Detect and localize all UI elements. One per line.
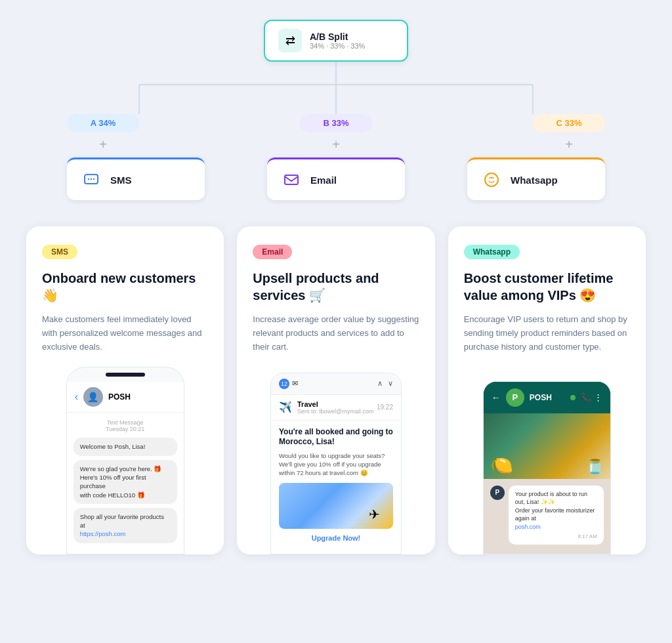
whatsapp-card-title: Boost customer lifetime value among VIPs… [464, 270, 630, 304]
email-time: 19:22 [377, 404, 393, 411]
lemon-icon: 🍋 [490, 454, 513, 476]
cream-jar-icon: 🫙 [586, 459, 604, 476]
email-card-desc: Increase average order value by suggesti… [253, 313, 419, 354]
wa-contact-name: POSH [530, 393, 565, 402]
email-subject: You're all booked and going to Morocco, … [279, 427, 393, 447]
sms-icon [80, 169, 102, 191]
email-sender-info: ✈️ Travel Sent to: lbowel@mymail.com [279, 400, 373, 415]
wa-sender-avatar: P [490, 486, 505, 500]
sms-card-desc: Make customers feel immediately loved wi… [42, 313, 208, 354]
sms-back-icon: ‹ [75, 391, 78, 403]
svg-point-10 [485, 173, 498, 186]
wa-message-row: P Your product is about to run out, Lisa… [490, 486, 604, 545]
branch-b-label: B 33% [300, 114, 372, 132]
email-sender-icon: ✈️ [279, 401, 292, 413]
email-badge: Email [253, 245, 292, 259]
nav-down-icon: ∨ [388, 379, 393, 388]
wa-chat-area: P Your product is about to run out, Lisa… [484, 479, 610, 554]
diagram-section: ⇄ A/B Split 34% · 33% · 33% A 34% B 33% … [0, 0, 672, 213]
phone-notch [106, 373, 145, 377]
sms-bubble-3: Shop all your favorite products athttps:… [74, 508, 177, 543]
wa-link: posh.com [515, 524, 541, 530]
sms-avatar: 👤 [83, 387, 103, 407]
wa-action-icons: 📞 ⋮ [581, 392, 602, 402]
wa-more-icon: ⋮ [594, 392, 602, 402]
email-channel-label: Email [310, 175, 337, 186]
sms-contact-name: POSH [108, 392, 131, 402]
sms-bubble-2: We're so glad you're here. 🎁Here's 10% o… [74, 460, 177, 504]
email-header-bar: 12 ✉ ∧ ∨ [271, 373, 401, 395]
sms-card-title: Onboard new customers 👋 [42, 270, 208, 304]
ab-split-node: ⇄ A/B Split 34% · 33% · 33% [264, 20, 408, 62]
email-sender-name: Travel [297, 400, 373, 408]
email-nav-label: ✉ [292, 379, 298, 388]
plus-a: + [67, 137, 139, 152]
ab-split-icon: ⇄ [278, 29, 302, 52]
ab-split-subtitle: 34% · 33% · 33% [310, 42, 365, 50]
ab-split-info: A/B Split 34% · 33% · 33% [310, 31, 365, 50]
branch-a-label: A 34% [67, 114, 139, 132]
email-body: You're all booked and going to Morocco, … [271, 421, 401, 554]
sms-phone-header: ‹ 👤 POSH [67, 382, 184, 413]
email-phone-area: 12 ✉ ∧ ∨ ✈️ Travel Sent to: lbowel@mymai… [253, 367, 419, 554]
svg-rect-9 [285, 175, 298, 184]
sms-link: https://posh.com [80, 530, 126, 537]
whatsapp-phone-mockup: ← P POSH 📞 ⋮ 🍋 🫙 P [483, 381, 611, 554]
whatsapp-card: Whatsapp Boost customer lifetime value a… [448, 226, 646, 554]
channel-email: Email [267, 157, 405, 200]
plus-b: + [300, 137, 372, 152]
email-sender-row: ✈️ Travel Sent to: lbowel@mymail.com 19:… [271, 395, 401, 421]
channel-sms: SMS [67, 157, 205, 200]
whatsapp-card-desc: Encourage VIP users to return and shop b… [464, 313, 630, 354]
sms-card: SMS Onboard new customers 👋 Make custome… [26, 226, 224, 554]
wa-header: ← P POSH 📞 ⋮ [484, 382, 610, 413]
email-count-badge: 12 [279, 379, 289, 389]
email-phone-mockup: 12 ✉ ∧ ∨ ✈️ Travel Sent to: lbowel@mymai… [270, 373, 402, 554]
ab-split-title: A/B Split [310, 31, 365, 42]
whatsapp-badge: Whatsapp [464, 245, 520, 259]
email-card: Email Upsell products and services 🛒 Inc… [237, 226, 434, 554]
whatsapp-channel-label: Whatsapp [511, 175, 558, 186]
email-card-title: Upsell products and services 🛒 [253, 270, 419, 304]
email-icon [280, 169, 303, 191]
sms-phone-mockup: ‹ 👤 POSH Text MessageTuesday 20:21 Welco… [66, 367, 184, 554]
wa-avatar: P [506, 388, 524, 407]
wa-online-dot [570, 395, 576, 400]
svg-point-7 [91, 178, 92, 180]
connector-lines [67, 62, 605, 114]
email-cta-button[interactable]: Upgrade Now! [279, 534, 393, 547]
svg-point-8 [93, 178, 94, 180]
sms-bubble-1: Welcome to Posh, Lisa! [74, 438, 177, 455]
channel-whatsapp: Whatsapp [467, 157, 605, 200]
sms-phone-body: Text MessageTuesday 20:21 Welcome to Pos… [67, 413, 184, 553]
wa-back-icon: ← [492, 392, 501, 403]
sms-badge: SMS [42, 245, 77, 259]
branches-row: A 34% B 33% C 33% [67, 114, 605, 132]
email-sender-addr: Sent to: lbowel@mymail.com [297, 408, 373, 415]
sms-date-label: Text MessageTuesday 20:21 [74, 419, 177, 432]
plane-icon: ✈ [369, 507, 380, 522]
wa-video-icon: 📞 [581, 392, 591, 402]
sms-channel-label: SMS [110, 175, 132, 186]
channels-row: SMS Email Whatsapp [67, 157, 605, 200]
wa-message-bubble: Your product is about to run out, Lisa! … [509, 486, 604, 545]
plus-c: + [533, 137, 605, 152]
svg-point-6 [88, 178, 89, 180]
email-product-image: ✈ [279, 483, 393, 529]
email-body-text: Would you like to upgrade your seats? We… [279, 451, 393, 478]
cards-section: SMS Onboard new customers 👋 Make custome… [0, 213, 672, 574]
whatsapp-icon [480, 169, 503, 191]
branch-c-label: C 33% [533, 114, 605, 132]
whatsapp-phone-area: ← P POSH 📞 ⋮ 🍋 🫙 P [464, 367, 630, 554]
plus-row: + + + [67, 137, 605, 152]
nav-up-icon: ∧ [377, 379, 383, 388]
sms-contact-info: POSH [108, 392, 131, 402]
sms-phone-area: ‹ 👤 POSH Text MessageTuesday 20:21 Welco… [42, 367, 208, 554]
wa-product-image: 🍋 🫙 [484, 413, 610, 479]
wa-message-time: 8:17 AM [515, 533, 597, 540]
